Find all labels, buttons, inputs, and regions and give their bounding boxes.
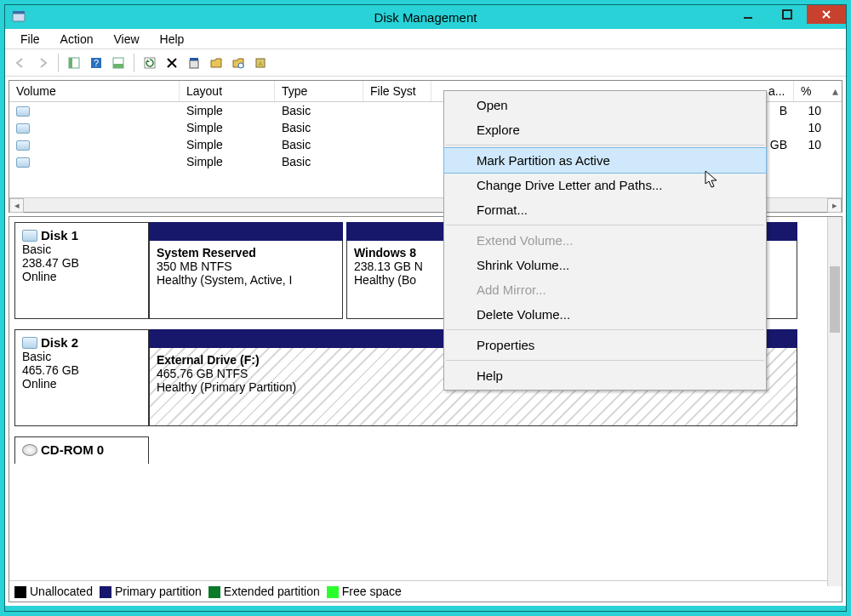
window-buttons xyxy=(728,5,846,29)
col-filesystem[interactable]: File Syst xyxy=(363,81,431,101)
scroll-left-icon[interactable]: ◂ xyxy=(9,198,24,213)
menu-separator xyxy=(446,329,764,330)
delete-icon[interactable] xyxy=(162,53,182,73)
menu-view[interactable]: View xyxy=(105,31,147,48)
window-title: Disk Management xyxy=(5,10,846,25)
maximize-button[interactable] xyxy=(768,5,807,24)
menu-item-mark-partition-as-active[interactable]: Mark Partition as Active xyxy=(444,148,766,173)
svg-rect-0 xyxy=(13,14,25,21)
col-type[interactable]: Type xyxy=(275,81,363,101)
menu-item-properties[interactable]: Properties xyxy=(444,333,766,357)
menu-separator xyxy=(446,225,764,225)
statusbar xyxy=(5,606,846,611)
vertical-scrollbar[interactable] xyxy=(827,217,842,586)
legend-extended-label: Extended partition xyxy=(224,585,320,598)
legend: Unallocated Primary partition Extended p… xyxy=(9,580,842,602)
menu-item-help[interactable]: Help xyxy=(444,363,766,388)
partition[interactable]: System Reserved350 MB NTFSHealthy (Syste… xyxy=(149,222,343,319)
disk-info[interactable]: Disk 1Basic238.47 GBOnline xyxy=(14,222,149,319)
legend-unallocated-swatch xyxy=(14,586,26,598)
titlebar[interactable]: Disk Management xyxy=(5,5,846,29)
svg-text:?: ? xyxy=(94,58,99,68)
menu-separator xyxy=(446,145,764,145)
menu-item-extend-volume: Extend Volume... xyxy=(444,228,766,253)
menu-separator xyxy=(446,360,764,361)
toolbar: ? xyxy=(5,49,846,77)
svg-rect-1 xyxy=(13,11,25,14)
legend-extended-swatch xyxy=(208,586,220,598)
minimize-button[interactable] xyxy=(728,5,768,24)
open-folder-icon[interactable] xyxy=(206,53,226,73)
legend-unallocated-label: Unallocated xyxy=(30,585,93,598)
context-menu[interactable]: OpenExploreMark Partition as ActiveChang… xyxy=(443,90,767,391)
disk-info[interactable]: Disk 2Basic465.76 GBOnline xyxy=(14,329,149,426)
menu-item-change-drive-letter-and-paths[interactable]: Change Drive Letter and Paths... xyxy=(444,173,766,197)
disk-row: CD-ROM 0 xyxy=(14,436,837,464)
menu-item-shrink-volume[interactable]: Shrink Volume... xyxy=(444,253,766,277)
legend-free-swatch xyxy=(327,586,339,598)
legend-primary-swatch xyxy=(100,586,111,598)
explore-icon[interactable] xyxy=(228,53,248,73)
legend-free-label: Free space xyxy=(342,585,402,598)
svg-point-13 xyxy=(238,63,243,68)
svg-rect-2 xyxy=(744,17,752,19)
wizard-icon[interactable] xyxy=(250,53,271,73)
back-button[interactable] xyxy=(10,53,31,73)
close-button[interactable] xyxy=(807,5,846,24)
show-bottom-pane-icon[interactable] xyxy=(108,53,129,73)
disk-info[interactable]: CD-ROM 0 xyxy=(14,436,149,464)
legend-primary-label: Primary partition xyxy=(115,585,202,598)
svg-rect-12 xyxy=(190,58,198,60)
show-hide-tree-icon[interactable] xyxy=(64,53,84,73)
svg-rect-3 xyxy=(783,10,791,19)
svg-rect-5 xyxy=(69,58,72,68)
app-icon xyxy=(12,10,26,24)
col-percent[interactable]: % xyxy=(794,81,828,101)
menu-item-add-mirror: Add Mirror... xyxy=(444,277,766,302)
menu-help[interactable]: Help xyxy=(151,31,193,48)
svg-rect-9 xyxy=(113,64,123,68)
menu-action[interactable]: Action xyxy=(52,31,102,48)
menu-item-open[interactable]: Open xyxy=(444,93,766,117)
menu-item-format[interactable]: Format... xyxy=(444,197,766,222)
forward-button[interactable] xyxy=(32,53,53,73)
properties-icon[interactable] xyxy=(184,53,204,73)
menu-item-explore[interactable]: Explore xyxy=(444,117,766,142)
svg-rect-11 xyxy=(190,60,198,68)
menu-file[interactable]: File xyxy=(12,31,49,48)
col-layout[interactable]: Layout xyxy=(180,81,275,101)
menubar[interactable]: File Action View Help xyxy=(5,29,846,49)
col-volume[interactable]: Volume xyxy=(9,81,180,101)
scroll-right-icon[interactable]: ▸ xyxy=(827,198,842,213)
help-icon[interactable]: ? xyxy=(86,53,106,73)
menu-item-delete-volume[interactable]: Delete Volume... xyxy=(444,302,766,327)
partitions xyxy=(149,436,837,464)
refresh-icon[interactable] xyxy=(140,53,160,73)
